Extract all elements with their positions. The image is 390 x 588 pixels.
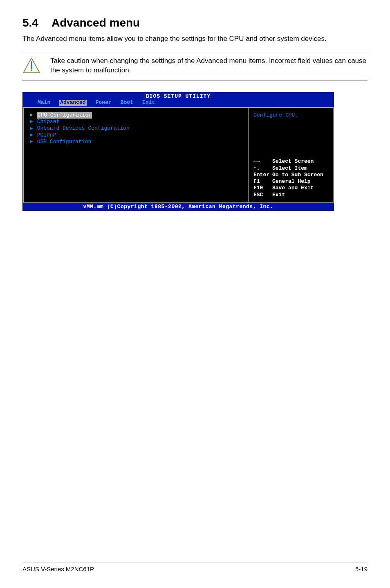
menu-item-label: Onboard Devices Configuration: [37, 125, 130, 132]
triangle-right-icon: ▶: [30, 139, 33, 145]
triangle-right-icon: ▶: [30, 119, 33, 125]
key-label: F1: [253, 178, 272, 185]
footer-page-number: 5-19: [355, 566, 368, 572]
menu-item-label: CPU Configuration: [37, 112, 92, 119]
triangle-right-icon: ▶: [30, 126, 33, 132]
key-label: ←→: [253, 158, 272, 165]
triangle-right-icon: ▶: [30, 132, 33, 138]
bios-header: BIOS SETUP UTILITY Main Advanced Power B…: [23, 92, 334, 107]
menu-item-label: USB Configuration: [37, 139, 92, 145]
bios-menu-item-pcipnp[interactable]: ▶ PCIPnP: [30, 132, 244, 139]
bios-tab-main[interactable]: Main: [38, 100, 50, 106]
key-label: F10: [253, 185, 272, 191]
svg-point-2: [31, 70, 32, 71]
bios-tab-boot[interactable]: Boot: [121, 100, 133, 106]
footer-model: ASUS V-Series M2NC61P: [22, 566, 94, 572]
triangle-right-icon: ▶: [30, 112, 33, 118]
bios-menu-item-chipset[interactable]: ▶ Chipset: [30, 119, 244, 125]
intro-paragraph: The Advanced menu items allow you to cha…: [22, 34, 368, 44]
bios-tab-advanced[interactable]: Advanced: [59, 100, 86, 106]
menu-item-label: PCIPnP: [37, 132, 56, 139]
bios-body: ▶ CPU Configuration ▶ Chipset ▶ Onboard …: [23, 107, 334, 203]
bios-menu-item-usb-configuration[interactable]: ▶ USB Configuration: [30, 139, 244, 145]
key-label: ESC: [253, 192, 272, 198]
section-title: Advanced menu: [52, 16, 140, 29]
key-desc: Save and Exit: [272, 185, 314, 191]
caution-icon: [22, 57, 40, 75]
bios-tab-exit[interactable]: Exit: [142, 100, 155, 106]
page-footer: ASUS V-Series M2NC61P 5-19: [22, 563, 368, 572]
bios-copyright-footer: vMM.mm (C)Copyright 1985-2002, American …: [23, 203, 334, 211]
menu-item-label: Chipset: [37, 119, 60, 125]
bios-help-panel: Configure CPU. ←→Select Screen ↑↓Select …: [248, 107, 334, 203]
caution-block: Take caution when changing the settings …: [22, 52, 368, 81]
caution-text: Take caution when changing the settings …: [50, 56, 368, 75]
bios-screenshot: BIOS SETUP UTILITY Main Advanced Power B…: [22, 92, 334, 211]
section-number: 5.4: [22, 16, 38, 29]
bios-title: BIOS SETUP UTILITY: [23, 94, 334, 100]
bios-key-legend: ←→Select Screen ↑↓Select Item EnterGo to…: [253, 158, 329, 198]
key-desc: Select Screen: [272, 158, 314, 164]
bios-menu-item-cpu-configuration[interactable]: ▶ CPU Configuration: [30, 112, 244, 119]
bios-tab-power[interactable]: Power: [96, 100, 112, 106]
bios-menu-panel: ▶ CPU Configuration ▶ Chipset ▶ Onboard …: [23, 107, 248, 203]
bios-menu-item-onboard-devices[interactable]: ▶ Onboard Devices Configuration: [30, 125, 244, 132]
key-desc: Exit: [272, 192, 285, 198]
bios-help-text: Configure CPU.: [253, 112, 329, 118]
key-desc: Go to Sub Screen: [272, 172, 323, 178]
key-desc: Select Item: [272, 165, 307, 171]
key-label: ↑↓: [253, 165, 272, 172]
key-desc: General Help: [272, 178, 311, 184]
bios-tab-bar: Main Advanced Power Boot Exit: [23, 100, 334, 107]
section-heading: 5.4Advanced menu: [22, 16, 368, 29]
key-label: Enter: [253, 172, 272, 178]
